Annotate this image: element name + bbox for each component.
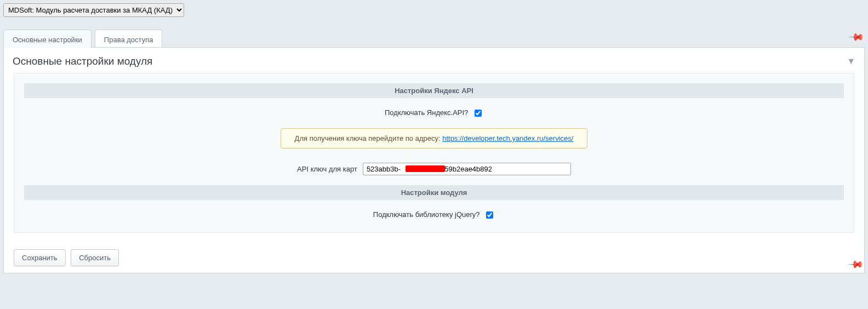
- connect-yandex-label: Подключать Яндекс.API?: [385, 108, 468, 117]
- connect-jquery-checkbox[interactable]: [486, 211, 493, 219]
- notice-link[interactable]: https://developer.tech.yandex.ru/service…: [442, 134, 573, 142]
- row-connect-jquery: Подключать библиотеку jQuery?: [24, 210, 844, 220]
- connect-yandex-checkbox[interactable]: [475, 110, 482, 117]
- tabs-container: Основные настройки Права доступа 📌: [3, 29, 865, 48]
- apikey-label: API ключ для карт: [297, 165, 357, 173]
- row-apikey: API ключ для карт: [24, 163, 844, 175]
- section-heading-module: Настройки модуля: [24, 185, 844, 200]
- pin-icon[interactable]: 📌: [848, 257, 864, 272]
- button-row: Сохранить Сбросить 📌: [4, 243, 864, 273]
- notice-prefix: Для получения ключа перейдите по адресу:: [295, 134, 443, 142]
- row-connect-yandex: Подключать Яндекс.API?: [24, 108, 844, 118]
- panel-title: Основные настройки модуля: [13, 55, 152, 67]
- apikey-notice: Для получения ключа перейдите по адресу:…: [281, 128, 587, 148]
- panel-header: Основные настройки модуля ▼: [4, 48, 864, 73]
- collapse-icon[interactable]: ▼: [847, 56, 855, 66]
- tab-main-settings[interactable]: Основные настройки: [3, 30, 92, 48]
- settings-panel: Основные настройки модуля ▼ Настройки Ян…: [3, 47, 865, 273]
- module-select-container: MDSoft: Модуль расчета доставки за МКАД …: [3, 3, 865, 17]
- module-select[interactable]: MDSoft: Модуль расчета доставки за МКАД …: [3, 3, 184, 17]
- redacted-block: [406, 165, 445, 172]
- apikey-input[interactable]: [363, 163, 571, 175]
- tab-access-rights[interactable]: Права доступа: [95, 30, 163, 48]
- section-heading-yandex: Настройки Яндекс API: [24, 83, 844, 98]
- save-button[interactable]: Сохранить: [14, 249, 66, 266]
- form-area: Настройки Яндекс API Подключать Яндекс.A…: [14, 73, 854, 233]
- connect-jquery-label: Подключать библиотеку jQuery?: [373, 210, 480, 219]
- reset-button[interactable]: Сбросить: [71, 249, 119, 266]
